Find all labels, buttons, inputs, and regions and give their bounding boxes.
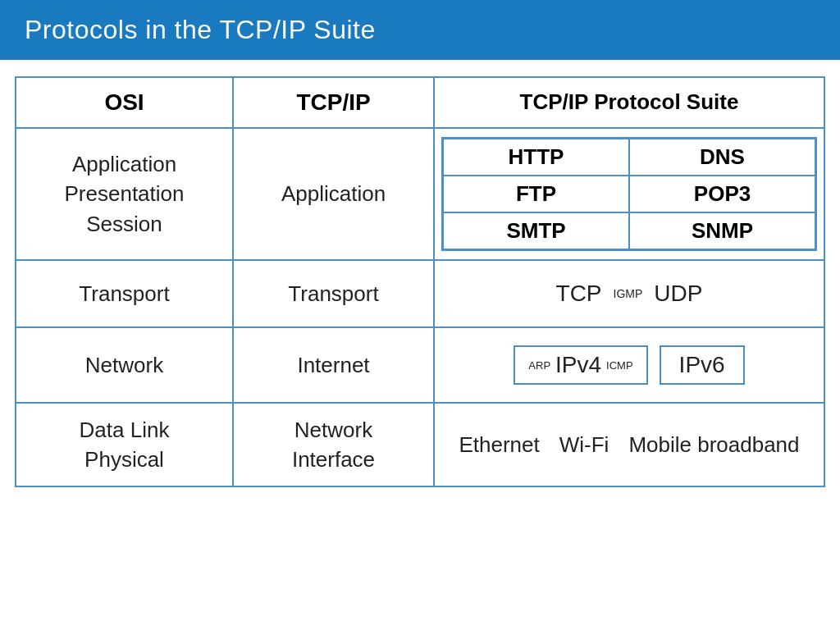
cell-suite-application: HTTP DNS FTP POP3 SMTP SNMP <box>435 129 824 259</box>
col-suite: TCP/IP Protocol Suite <box>435 78 824 127</box>
cell-suite-network: ARP IPv4 ICMP IPv6 <box>435 328 824 402</box>
cell-suite-datalink: Ethernet Wi-Fi Mobile broadband <box>435 404 824 486</box>
row-datalink: Data Link Physical Network Interface Eth… <box>16 404 824 486</box>
col-osi: OSI <box>16 78 234 127</box>
osi-presentation-label: Presentation <box>65 179 185 208</box>
transport-protocols: TCP IGMP UDP <box>441 281 817 307</box>
ipv6-box: IPv6 <box>660 345 745 385</box>
row-transport: Transport Transport TCP IGMP UDP <box>16 261 824 328</box>
row-network: Network Internet ARP IPv4 ICMP IPv6 <box>16 328 824 404</box>
ipv4-label: IPv4 <box>555 352 601 378</box>
row-application: Application Presentation Session Applica… <box>16 129 824 261</box>
cell-osi-transport: Transport <box>16 261 234 326</box>
proto-snmp: SNMP <box>629 212 815 249</box>
cell-suite-transport: TCP IGMP UDP <box>435 261 824 326</box>
osi-datalink-label: Data Link <box>80 415 170 445</box>
osi-session-label: Session <box>86 209 162 239</box>
col-tcpip: TCP/IP <box>234 78 435 127</box>
icmp-small-label: ICMP <box>606 359 633 372</box>
header: Protocols in the TCP/IP Suite <box>0 0 840 60</box>
main-table: OSI TCP/IP TCP/IP Protocol Suite Applica… <box>15 76 825 487</box>
proto-pop3: POP3 <box>629 176 815 212</box>
content: OSI TCP/IP TCP/IP Protocol Suite Applica… <box>0 60 840 504</box>
cell-tcpip-internet: Internet <box>234 328 435 402</box>
proto-dns: DNS <box>629 139 815 176</box>
proto-ftp: FTP <box>443 176 629 212</box>
wifi-label: Wi-Fi <box>559 432 609 458</box>
udp-label: UDP <box>654 281 702 307</box>
ethernet-label: Ethernet <box>459 432 539 458</box>
ipv4-box: ARP IPv4 ICMP <box>514 345 647 385</box>
cell-tcpip-netinterface: Network Interface <box>234 404 435 486</box>
app-protocols-box: HTTP DNS FTP POP3 SMTP SNMP <box>441 137 817 251</box>
cell-osi-network: Network <box>16 328 234 402</box>
cell-tcpip-transport: Transport <box>234 261 435 326</box>
cell-tcpip-application: Application <box>234 129 435 259</box>
osi-physical-label: Physical <box>84 445 164 474</box>
arp-small-label: ARP <box>528 359 550 372</box>
page-title: Protocols in the TCP/IP Suite <box>25 15 376 44</box>
proto-smtp: SMTP <box>443 212 629 249</box>
cell-osi-application: Application Presentation Session <box>16 129 234 259</box>
tcpip-network-label: Network <box>294 415 372 445</box>
tcp-label: TCP <box>556 281 602 307</box>
osi-application-label: Application <box>72 149 176 179</box>
column-headers: OSI TCP/IP TCP/IP Protocol Suite <box>16 78 824 129</box>
network-protocols: ARP IPv4 ICMP IPv6 <box>441 345 817 385</box>
proto-http: HTTP <box>443 139 629 176</box>
datalink-protocols: Ethernet Wi-Fi Mobile broadband <box>441 432 817 458</box>
tcpip-interface-label: Interface <box>292 445 375 474</box>
cell-osi-datalink: Data Link Physical <box>16 404 234 486</box>
igmp-label: IGMP <box>614 287 643 300</box>
mobile-label: Mobile broadband <box>628 432 799 458</box>
